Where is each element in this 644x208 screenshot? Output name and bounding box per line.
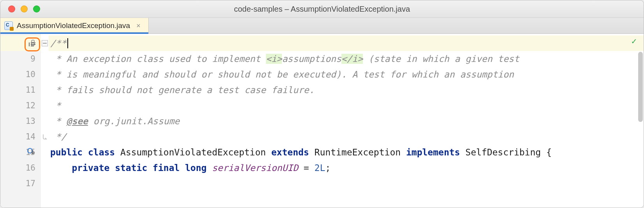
code-line[interactable]: * is meaningful and should or should not… [49, 67, 644, 82]
code-line[interactable]: /** [49, 35, 644, 51]
code-line[interactable]: * @see org.junit.Assume [49, 113, 644, 129]
titlebar: code-samples – AssumptionViolatedExcepti… [0, 0, 644, 18]
vertical-scrollbar[interactable] [638, 52, 643, 122]
close-window-button[interactable] [8, 5, 15, 12]
line-number[interactable]: 8 [0, 35, 41, 51]
close-tab-button[interactable]: × [134, 22, 143, 30]
fold-toggle-icon[interactable] [42, 40, 48, 46]
code-line[interactable]: private static final long serialVersionU… [49, 160, 644, 176]
line-number[interactable]: 9 [0, 51, 41, 67]
fold-gutter [41, 34, 49, 208]
window: code-samples – AssumptionViolatedExcepti… [0, 0, 644, 208]
code-line[interactable]: public class AssumptionViolatedException… [49, 145, 644, 160]
code-line[interactable] [49, 176, 644, 191]
line-number[interactable]: 15 [0, 145, 41, 160]
window-title: code-samples – AssumptionViolatedExcepti… [0, 5, 644, 14]
line-number[interactable]: 12 [0, 98, 41, 113]
line-number-gutter[interactable]: 8 9 10 11 12 13 14 15 16 17 [0, 34, 41, 208]
line-number[interactable]: 14 [0, 129, 41, 145]
maximize-window-button[interactable] [33, 5, 40, 12]
override-marker-icon[interactable] [27, 148, 35, 157]
code-line[interactable]: * An exception class used to implement <… [49, 51, 644, 67]
code-line[interactable]: */ [49, 129, 644, 145]
java-class-file-icon: C [4, 21, 13, 30]
line-number[interactable]: 11 [0, 82, 41, 98]
minimize-window-button[interactable] [21, 5, 28, 12]
code-content[interactable]: ✓ /** * An exception class used to imple… [49, 34, 644, 208]
line-number[interactable]: 10 [0, 67, 41, 82]
line-number[interactable]: 16 [0, 160, 41, 176]
toggle-rendered-view-icon[interactable] [25, 37, 40, 51]
fold-end-icon[interactable] [42, 134, 48, 139]
code-line[interactable]: * fails should not generate a test case … [49, 82, 644, 98]
editor-area: 8 9 10 11 12 13 14 15 16 17 [0, 34, 644, 208]
text-caret [67, 38, 68, 48]
tab-label: AssumptionViolatedException.java [17, 21, 130, 30]
editor-tab-active[interactable]: C AssumptionViolatedException.java × [0, 18, 149, 33]
window-controls [8, 5, 40, 12]
code-line[interactable]: * [49, 98, 644, 113]
line-number[interactable]: 13 [0, 113, 41, 129]
inspection-ok-icon[interactable]: ✓ [632, 36, 637, 46]
editor-tabbar: C AssumptionViolatedException.java × [0, 18, 644, 34]
line-number[interactable]: 17 [0, 176, 41, 191]
